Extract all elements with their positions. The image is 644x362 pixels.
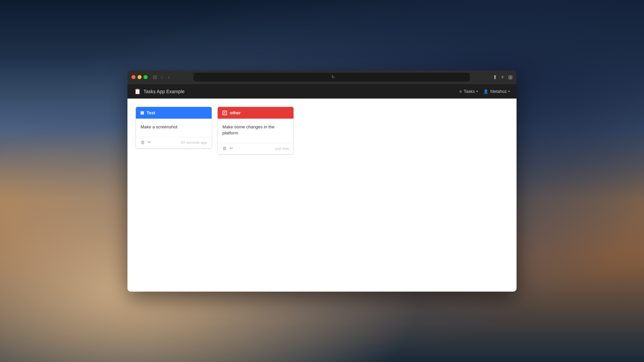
card-footer-other: 🗑 ✏ just now [218,143,293,154]
app-bar: 📋 Tasks App Example ≡ Tasks ▾ 👤 fdelahoz… [127,84,517,99]
card-footer-test: 🗑 ✏ 20 seconds ago [136,137,212,148]
new-tab-icon[interactable]: + [501,74,504,80]
title-bar: ⊡ ‹ › ↻ ⬆ + ⊞ [127,70,517,84]
tasks-menu[interactable]: ≡ Tasks ▾ [460,89,478,94]
toolbar-right: ⬆ + ⊞ [493,74,513,80]
forward-button[interactable]: › [167,74,171,80]
card-actions-other: 🗑 ✏ [222,146,233,151]
card-body-other: Make some changes in the platform [218,119,293,143]
card-task-text-other: Make some changes in the platform [222,124,289,136]
task-card-test: Test Make a screenshot 🗑 ✏ 20 seconds ag… [136,107,212,148]
card-header-square-icon [141,111,144,115]
delete-button-test[interactable]: 🗑 [141,140,145,145]
edit-button-test[interactable]: ✏ [148,140,151,145]
card-timestamp-other: just now [275,146,289,150]
card-actions-test: 🗑 ✏ [141,140,151,145]
cards-container: Test Make a screenshot 🗑 ✏ 20 seconds ag… [136,107,508,155]
card-header-label-other: other [230,110,241,115]
card-body-test: Make a screenshot [136,119,212,137]
tasks-menu-label: Tasks [464,89,475,94]
task-card-other: other Make some changes in the platform … [217,107,294,155]
close-button[interactable] [131,75,136,79]
back-button[interactable]: ‹ [160,74,164,80]
card-header-other: other [218,107,293,119]
card-timestamp-test: 20 seconds ago [181,140,207,144]
browser-window: ⊡ ‹ › ↻ ⬆ + ⊞ 📋 Tasks App Example ≡ Task… [127,70,517,292]
address-bar[interactable]: ↻ [194,73,470,81]
minimize-button[interactable] [138,75,142,79]
card-header-test: Test [136,107,212,119]
share-icon[interactable]: ⬆ [493,74,497,80]
tasks-chevron-icon: ▾ [476,89,478,93]
card-header-checkbox-icon[interactable] [222,111,227,115]
card-header-label-test: Test [147,110,155,115]
app-title-text: Tasks App Example [144,89,184,94]
maximize-button[interactable] [144,75,148,79]
main-content: Test Make a screenshot 🗑 ✏ 20 seconds ag… [127,99,517,292]
traffic-lights [131,75,148,79]
browser-controls: ⊡ ‹ › [153,74,171,80]
user-menu-label: fdelahoz [490,89,507,94]
edit-button-other[interactable]: ✏ [229,146,233,151]
user-menu[interactable]: 👤 fdelahoz ▾ [483,89,510,94]
user-chevron-icon: ▾ [508,89,510,93]
delete-button-other[interactable]: 🗑 [222,146,227,151]
card-task-text-test: Make a screenshot [141,124,207,130]
app-icon: 📋 [134,88,141,95]
refresh-icon[interactable]: ↻ [331,75,335,79]
app-nav-right: ≡ Tasks ▾ 👤 fdelahoz ▾ [460,89,510,94]
sidebar-toggle-icon[interactable]: ⊡ [153,74,157,80]
app-title: 📋 Tasks App Example [134,88,184,95]
grid-icon[interactable]: ⊞ [508,74,513,80]
